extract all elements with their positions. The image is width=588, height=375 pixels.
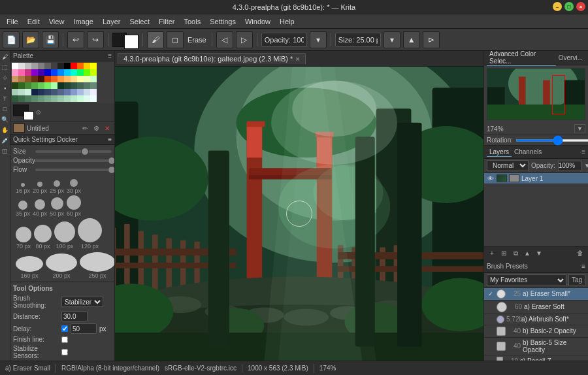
palette-cell[interactable] bbox=[84, 76, 90, 82]
brush-size-250[interactable]: 250 px bbox=[80, 252, 115, 279]
palette-cell[interactable] bbox=[25, 89, 31, 95]
redo-button[interactable]: ↪ bbox=[87, 31, 104, 48]
palette-cell[interactable] bbox=[44, 63, 51, 69]
palette-cell[interactable] bbox=[12, 76, 18, 82]
tool-shape[interactable]: □ bbox=[1, 105, 10, 114]
brush-size-50[interactable]: 50 px bbox=[50, 197, 64, 217]
palette-cell[interactable] bbox=[57, 76, 64, 82]
palette-menu-icon[interactable]: ≡ bbox=[108, 52, 112, 59]
qsd-menu-icon[interactable]: ≡ bbox=[108, 136, 112, 143]
mirror-button[interactable]: ⊳ bbox=[423, 31, 440, 48]
palette-cell[interactable] bbox=[38, 89, 44, 95]
palette-cell[interactable] bbox=[84, 69, 90, 76]
palette-cell[interactable] bbox=[18, 63, 25, 69]
brush-size-160[interactable]: 160 px bbox=[16, 256, 43, 279]
opacity-slider[interactable] bbox=[35, 159, 112, 162]
palette-cell[interactable] bbox=[44, 69, 51, 76]
palette-cell[interactable] bbox=[71, 69, 77, 76]
layers-menu-icon[interactable]: ≡ bbox=[581, 148, 585, 155]
opacity-down-button[interactable]: ▾ bbox=[310, 31, 327, 48]
palette-cell[interactable] bbox=[84, 82, 90, 89]
layer-settings-icon[interactable]: ⚙ bbox=[91, 123, 101, 133]
palette-cell[interactable] bbox=[84, 95, 90, 102]
menu-tools[interactable]: Tools bbox=[180, 16, 205, 27]
brush-presets-menu-icon[interactable]: ≡ bbox=[581, 263, 585, 270]
layer-add-icon[interactable]: + bbox=[487, 248, 497, 259]
palette-cell[interactable] bbox=[25, 95, 31, 102]
palette-cell[interactable] bbox=[38, 63, 44, 69]
brush-size-100[interactable]: 100 px bbox=[54, 221, 75, 250]
brush-size-60[interactable]: 60 px bbox=[67, 195, 81, 217]
palette-cell[interactable] bbox=[57, 69, 64, 76]
palette-cell[interactable] bbox=[64, 63, 71, 69]
palette-cell[interactable] bbox=[31, 63, 38, 69]
reset-colors-icon[interactable]: ⊙ bbox=[36, 109, 41, 116]
palette-cell[interactable] bbox=[31, 76, 38, 82]
zoom-button[interactable]: ▼ bbox=[574, 124, 585, 133]
brush-size-16[interactable]: 16 px bbox=[16, 183, 30, 194]
blend-mode-select[interactable]: Normal Multiply Screen bbox=[487, 160, 529, 171]
palette-cell[interactable] bbox=[12, 63, 18, 69]
palette-cell[interactable] bbox=[18, 76, 25, 82]
minimize-button[interactable]: – bbox=[553, 2, 562, 11]
palette-cell[interactable] bbox=[71, 82, 77, 89]
palette-cell[interactable] bbox=[57, 63, 64, 69]
menu-filter[interactable]: Filter bbox=[155, 16, 178, 27]
menu-image[interactable]: Image bbox=[69, 16, 97, 27]
palette-cell[interactable] bbox=[51, 95, 57, 102]
tool-hand[interactable]: ✋ bbox=[1, 125, 10, 135]
palette-cell[interactable] bbox=[31, 95, 38, 102]
menu-window[interactable]: Window bbox=[241, 16, 274, 27]
palette-cell[interactable] bbox=[57, 82, 64, 89]
new-button[interactable]: 📄 bbox=[3, 31, 20, 48]
palette-cell[interactable] bbox=[12, 89, 18, 95]
brush-row[interactable]: 40 b) Basic-5 Size Opacity bbox=[484, 338, 588, 355]
tab-channels[interactable]: Channels bbox=[512, 148, 544, 156]
layer-close-icon[interactable]: ✕ bbox=[103, 123, 112, 133]
delay-input[interactable] bbox=[71, 323, 97, 334]
brush-size-20[interactable]: 20 px bbox=[33, 182, 47, 194]
opacity-value-input[interactable] bbox=[558, 161, 581, 171]
palette-cell[interactable] bbox=[12, 95, 18, 102]
stabilize-sensors-checkbox[interactable] bbox=[61, 349, 68, 355]
menu-settings[interactable]: Settings bbox=[206, 16, 240, 27]
palette-cell[interactable] bbox=[12, 82, 18, 89]
next-button[interactable]: ▷ bbox=[236, 31, 253, 48]
palette-cell[interactable] bbox=[64, 76, 71, 82]
canvas-tab[interactable]: 4.3.0-prealpha (git 8c9b10e): galteed.jp… bbox=[118, 53, 306, 64]
layer-up-icon[interactable]: ▲ bbox=[522, 248, 532, 259]
tool-paint[interactable]: 🖌 bbox=[1, 52, 10, 61]
tool-transform[interactable]: ⊹ bbox=[1, 73, 10, 82]
brush-size-70[interactable]: 70 px bbox=[16, 227, 31, 250]
tag-button[interactable]: Tag bbox=[568, 274, 585, 286]
palette-cell[interactable] bbox=[64, 95, 71, 102]
palette-cell[interactable] bbox=[64, 69, 71, 76]
palette-cell[interactable] bbox=[77, 82, 84, 89]
palette-cell[interactable] bbox=[64, 89, 71, 95]
palette-cell[interactable] bbox=[77, 63, 84, 69]
palette-cell[interactable] bbox=[12, 69, 18, 76]
palette-cell[interactable] bbox=[38, 82, 44, 89]
size-input[interactable] bbox=[335, 33, 381, 47]
palette-cell[interactable] bbox=[18, 69, 25, 76]
opacity-menu-icon[interactable]: ▼ bbox=[584, 162, 588, 169]
palette-cell[interactable] bbox=[25, 69, 31, 76]
palette-cell[interactable] bbox=[38, 69, 44, 76]
layer-down-icon[interactable]: ▼ bbox=[534, 248, 544, 259]
layer-row[interactable]: 👁 Layer 1 bbox=[484, 173, 588, 184]
brush-row[interactable]: 40 b) Basic-2 Opacity bbox=[484, 325, 588, 338]
palette-cell[interactable] bbox=[51, 63, 57, 69]
palette-cell[interactable] bbox=[84, 89, 90, 95]
palette-cell[interactable] bbox=[25, 63, 31, 69]
palette-cell[interactable] bbox=[57, 95, 64, 102]
layer-edit-icon[interactable]: ✏ bbox=[80, 123, 90, 133]
flow-slider[interactable] bbox=[35, 169, 112, 171]
brush-size-200[interactable]: 200 px bbox=[46, 253, 77, 279]
layer-delete-icon[interactable]: 🗑 bbox=[575, 248, 585, 259]
palette-cell[interactable] bbox=[44, 82, 51, 89]
palette-cell[interactable] bbox=[90, 69, 97, 76]
canvas-tab-close[interactable]: × bbox=[295, 55, 299, 63]
palette-cell[interactable] bbox=[71, 63, 77, 69]
background-color-swatch[interactable] bbox=[124, 35, 139, 49]
open-button[interactable]: 📂 bbox=[22, 31, 39, 48]
